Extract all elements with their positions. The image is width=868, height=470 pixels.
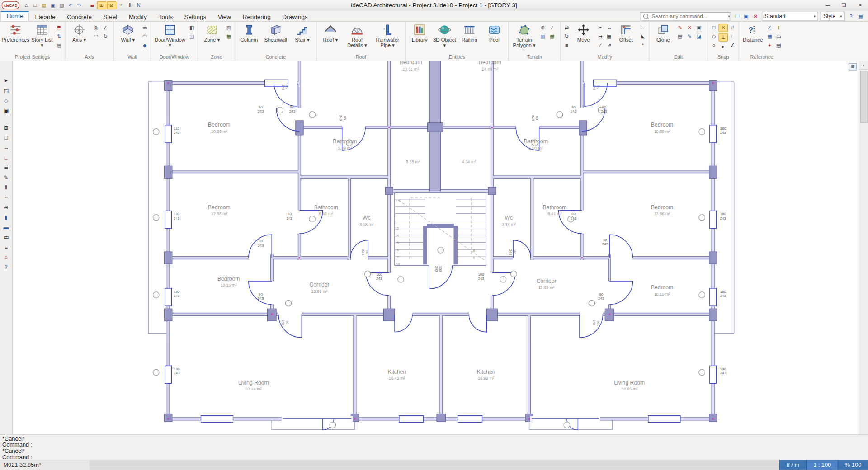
minimize-button[interactable]: — xyxy=(820,0,836,10)
terrain-boundary-icon[interactable]: ▦ xyxy=(548,33,556,40)
polar-snap-icon[interactable]: ∠ xyxy=(728,42,736,49)
window-type-icon[interactable]: ◫ xyxy=(188,33,196,40)
save-icon[interactable]: ▣ xyxy=(49,1,57,9)
help-icon[interactable]: ? xyxy=(847,13,855,20)
axis-button[interactable]: A Axis ▾ xyxy=(67,22,91,43)
roof-tool-icon[interactable]: ⌂ xyxy=(1,253,11,261)
column-tool-icon[interactable]: ▮ xyxy=(1,213,11,221)
home-icon[interactable]: ⌂ xyxy=(22,1,30,9)
new-file-icon[interactable]: □ xyxy=(31,1,39,9)
beam-tool-icon[interactable]: ▬ xyxy=(1,223,11,231)
pan-icon[interactable]: ↔ xyxy=(1,143,11,151)
ortho-toggle-icon[interactable]: + xyxy=(117,1,125,9)
axis-order-icon[interactable]: ⇅ xyxy=(55,33,63,40)
rotate-axis-icon[interactable]: ↻ xyxy=(101,33,109,40)
3d-window-icon[interactable]: ◇ xyxy=(1,96,11,104)
search-dropdown-icon[interactable]: ▾ xyxy=(728,14,730,19)
undo-icon[interactable]: ↶ xyxy=(66,1,75,9)
redo-icon[interactable]: ↷ xyxy=(75,1,84,9)
style-selector[interactable]: Style ▾ xyxy=(821,12,845,21)
endpoint-snap-icon[interactable]: □ xyxy=(710,24,718,32)
project-report-icon[interactable]: ▤ xyxy=(55,42,63,49)
divide-icon[interactable]: ∕ xyxy=(596,42,604,49)
shearwall-button[interactable]: Shearwall xyxy=(262,22,289,43)
terrain-import-icon[interactable]: ▥ xyxy=(538,33,547,40)
scroll-thumb[interactable] xyxy=(860,71,868,123)
maximize-button[interactable]: ❐ xyxy=(836,0,852,10)
open-file-icon[interactable]: ▤ xyxy=(40,1,48,9)
measure-icon[interactable]: ∟ xyxy=(1,153,11,161)
circular-axis-icon[interactable]: ◎ xyxy=(92,24,100,32)
column-button[interactable]: Column xyxy=(237,22,261,43)
display-order-icon[interactable]: ▣ xyxy=(742,13,750,20)
measure-area-icon[interactable]: ▭ xyxy=(774,33,783,40)
rotate-icon[interactable]: ↻ xyxy=(562,33,571,40)
grid-snap-icon[interactable]: # xyxy=(728,24,736,32)
node-snap-icon[interactable]: ● xyxy=(718,42,726,50)
story-list-button[interactable]: Story List ▾ xyxy=(30,22,54,48)
angular-axis-icon[interactable]: ∠ xyxy=(101,24,109,32)
mirror-icon[interactable]: ⇄ xyxy=(562,24,571,32)
reference-grid-icon[interactable]: ▦ xyxy=(765,33,774,40)
explode-icon[interactable]: * xyxy=(639,42,647,49)
stair-button[interactable]: Stair ▾ xyxy=(290,22,315,43)
viewport-button[interactable]: ▦ xyxy=(849,63,857,70)
reference-angle-icon[interactable]: ∠ xyxy=(765,24,774,32)
story-parameters-icon[interactable]: ≣ xyxy=(55,24,63,32)
command-window[interactable]: *Cancel* Command : *Cancel* Command : xyxy=(0,434,868,461)
close-button[interactable]: ✕ xyxy=(852,0,868,10)
roof-button[interactable]: Roof ▾ xyxy=(318,22,343,43)
extend-icon[interactable]: ↦ xyxy=(596,33,604,40)
print-icon[interactable]: ▥ xyxy=(57,1,66,9)
door-type-icon[interactable]: ◧ xyxy=(188,24,196,32)
offset-button[interactable]: Offset xyxy=(614,22,638,43)
array-icon[interactable]: ▦ xyxy=(605,33,613,40)
zoom-extents-icon[interactable]: □ xyxy=(1,133,11,141)
arc-axis-icon[interactable]: ◠ xyxy=(92,33,100,40)
elevation-tool-icon[interactable]: ⌐ xyxy=(1,193,11,201)
annotation-toggle-icon[interactable]: N xyxy=(135,1,143,9)
scale-icon[interactable]: ⇗ xyxy=(605,42,613,49)
pointer-tool-icon[interactable]: ► xyxy=(1,76,11,85)
help-tool-icon[interactable]: ? xyxy=(1,263,11,271)
vertical-scrollbar[interactable]: ▴ xyxy=(859,61,868,435)
scale-indicator[interactable]: 1 : 100 xyxy=(806,460,838,470)
stair-tool-icon[interactable]: ≡ xyxy=(1,243,11,251)
tab-drawings[interactable]: Drawings xyxy=(277,12,313,21)
tab-view[interactable]: View xyxy=(212,12,236,21)
terrain-polygon-button[interactable]: Terrain Polygon ▾ xyxy=(510,22,538,48)
tab-modify[interactable]: Modify xyxy=(123,12,152,21)
paint-properties-icon[interactable]: ◪ xyxy=(695,33,703,40)
selection-filter-icon[interactable]: ⊠ xyxy=(751,13,760,20)
library-button[interactable]: Library xyxy=(407,22,432,43)
zone-list-icon[interactable]: ▤ xyxy=(225,24,233,32)
wall-type-icon[interactable]: ▭ xyxy=(141,24,149,32)
section-tool-icon[interactable]: ‖ xyxy=(1,183,11,191)
capture-icon[interactable]: ▦ xyxy=(856,13,864,20)
wall-button[interactable]: Wall ▾ xyxy=(116,22,140,43)
tab-settings[interactable]: Settings xyxy=(179,12,212,21)
tab-concrete[interactable]: Concrete xyxy=(61,12,97,21)
match-properties-icon[interactable]: ✎ xyxy=(685,33,693,40)
wall-properties-icon[interactable]: ◆ xyxy=(141,42,149,49)
center-snap-icon[interactable]: ○ xyxy=(710,42,718,49)
tab-rendering[interactable]: Rendering xyxy=(237,12,276,21)
terrain-break-line-icon[interactable]: ∕ xyxy=(548,24,556,32)
tab-home[interactable]: Home xyxy=(0,11,29,21)
terrain-point-icon[interactable]: ⊕ xyxy=(538,24,547,32)
perpendicular-snap-icon[interactable]: ⊥ xyxy=(718,33,728,41)
guide-line-icon[interactable]: ‖ xyxy=(774,24,783,32)
zoom-indicator[interactable]: % 100 xyxy=(838,460,868,470)
axis-tool-icon[interactable]: ⊕ xyxy=(1,203,11,211)
align-icon[interactable]: ≡ xyxy=(562,42,571,49)
copy-icon[interactable]: ▣ xyxy=(695,24,703,32)
scroll-up-icon[interactable]: ▴ xyxy=(859,61,867,70)
tab-steel[interactable]: Steel xyxy=(98,12,123,21)
object-edit-icon[interactable]: ✎ xyxy=(1,173,11,181)
story-navigator-icon[interactable]: ▤ xyxy=(1,86,11,94)
zoom-window-icon[interactable]: ⊞ xyxy=(1,123,11,132)
3d-object-button[interactable]: 3D Object ▾ xyxy=(432,22,457,48)
tab-tools[interactable]: Tools xyxy=(153,12,178,21)
fillet-icon[interactable]: ⌐ xyxy=(639,24,647,32)
railing-button[interactable]: Railing xyxy=(457,22,481,43)
